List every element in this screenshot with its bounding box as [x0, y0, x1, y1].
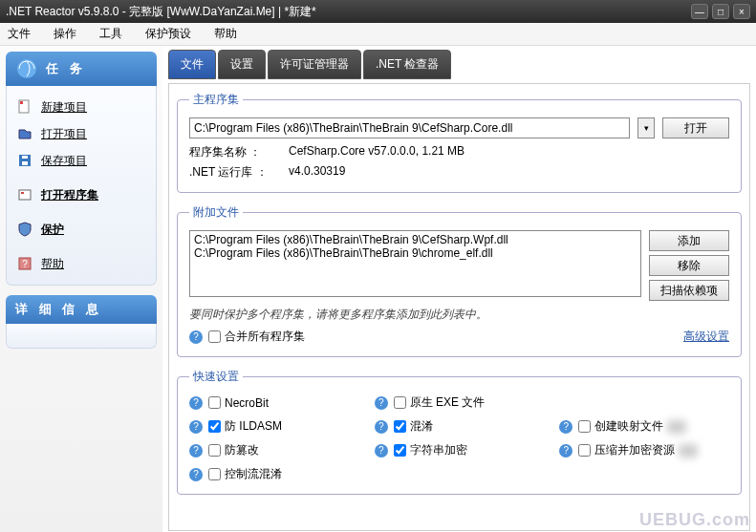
help-book-icon: ? — [16, 255, 33, 272]
native-exe-checkbox[interactable] — [394, 396, 406, 409]
control-flow-checkbox[interactable] — [208, 468, 221, 480]
necrobit-checkbox[interactable] — [208, 396, 221, 409]
merge-assemblies-checkbox[interactable] — [208, 330, 221, 343]
minimize-button[interactable]: — — [691, 4, 708, 19]
sidebar-item-open[interactable]: 打开项目 — [12, 120, 150, 147]
sidebar-item-help[interactable]: ? 帮助 — [12, 250, 150, 277]
save-icon — [16, 152, 33, 169]
content-area: 文件 设置 许可证管理器 .NET 检查器 主程序集 ▾ 打开 程序集名称 ： … — [162, 46, 756, 532]
sidebar-item-open-assembly[interactable]: 打开程序集 — [12, 181, 150, 208]
globe-icon — [15, 57, 38, 80]
help-icon[interactable]: ? — [375, 444, 388, 458]
new-file-icon — [16, 98, 33, 116]
additional-files-group: 附加文件 C:\Program Files (x86)\TheBrain\The… — [177, 204, 742, 357]
open-folder-icon — [16, 125, 33, 142]
advanced-settings-link[interactable]: 高级设置 — [683, 329, 729, 345]
svg-point-0 — [17, 59, 36, 78]
blurred-area: aaa — [679, 444, 698, 458]
obfuscate-checkbox[interactable] — [394, 420, 406, 433]
quick-settings-group: 快速设置 ?NecroBit ?原生 EXE 文件 ?防 ILDASM ?混淆 … — [177, 369, 742, 495]
sidebar-item-protect[interactable]: 保护 — [12, 216, 150, 243]
assembly-name-value: CefSharp.Core v57.0.0.0, 1.21 MB — [289, 144, 464, 160]
tab-file[interactable]: 文件 — [168, 50, 216, 79]
help-icon[interactable]: ? — [189, 396, 203, 410]
help-icon[interactable]: ? — [189, 330, 203, 344]
quick-settings-legend: 快速设置 — [189, 369, 243, 385]
anti-ildasm-checkbox[interactable] — [208, 420, 221, 433]
anti-tamper-checkbox[interactable] — [208, 444, 221, 457]
help-icon[interactable]: ? — [375, 396, 388, 410]
tab-inspector[interactable]: .NET 检查器 — [363, 50, 451, 79]
sidebar-detail-header: 详 细 信 息 — [6, 295, 157, 324]
string-encrypt-checkbox[interactable] — [394, 444, 406, 457]
additional-files-list[interactable]: C:\Program Files (x86)\TheBrain\TheBrain… — [189, 230, 641, 297]
menu-help[interactable]: 帮助 — [214, 26, 237, 42]
menu-file[interactable]: 文件 — [8, 26, 31, 42]
svg-rect-2 — [20, 101, 23, 104]
runtime-label: .NET 运行库 ： — [189, 164, 275, 181]
tab-license[interactable]: 许可证管理器 — [268, 50, 361, 79]
assembly-icon — [16, 186, 33, 203]
main-assembly-dropdown[interactable]: ▾ — [637, 117, 655, 138]
shield-icon — [16, 221, 33, 238]
svg-rect-5 — [22, 156, 28, 159]
merge-assemblies-label: 合并所有程序集 — [225, 329, 305, 345]
main-assembly-legend: 主程序集 — [189, 92, 243, 108]
sidebar-item-new[interactable]: 新建项目 — [12, 94, 150, 120]
additional-files-legend: 附加文件 — [189, 204, 243, 221]
menu-tools[interactable]: 工具 — [99, 26, 122, 42]
tab-settings[interactable]: 设置 — [218, 50, 266, 79]
help-icon[interactable]: ? — [375, 420, 388, 434]
svg-rect-4 — [22, 161, 28, 165]
tab-bar: 文件 设置 许可证管理器 .NET 检查器 — [168, 50, 750, 79]
main-assembly-path-input[interactable] — [189, 117, 630, 138]
svg-rect-7 — [21, 192, 24, 194]
help-icon[interactable]: ? — [189, 444, 203, 458]
help-icon[interactable]: ? — [189, 468, 203, 481]
add-file-button[interactable]: 添加 — [649, 230, 729, 251]
help-icon[interactable]: ? — [559, 444, 572, 458]
help-icon[interactable]: ? — [559, 420, 572, 434]
tab-page-file: 主程序集 ▾ 打开 程序集名称 ： CefSharp.Core v57.0.0.… — [168, 83, 750, 531]
additional-files-hint: 要同时保护多个程序集，请将更多程序集添加到此列表中。 — [189, 307, 729, 323]
mapping-file-checkbox[interactable] — [578, 420, 591, 433]
svg-rect-6 — [19, 190, 31, 200]
window-title: .NET Reactor v5.9.8.0 - 完整版 [WwW.DaYanZa… — [6, 4, 687, 20]
menu-protect[interactable]: 保护预设 — [145, 26, 191, 42]
sidebar: 任 务 新建项目 打开项目 保存项目 打开程序集 — [0, 46, 162, 532]
open-assembly-button[interactable]: 打开 — [662, 117, 729, 138]
close-button[interactable]: × — [733, 4, 750, 19]
assembly-name-label: 程序集名称 ： — [189, 144, 275, 160]
help-icon[interactable]: ? — [189, 420, 203, 434]
menu-bar: 文件 操作 工具 保护预设 帮助 — [0, 23, 756, 46]
svg-text:?: ? — [22, 259, 28, 269]
main-assembly-group: 主程序集 ▾ 打开 程序集名称 ： CefSharp.Core v57.0.0.… — [177, 92, 742, 193]
menu-ops[interactable]: 操作 — [54, 26, 76, 42]
blurred-area: aaa — [667, 420, 686, 434]
maximize-button[interactable]: □ — [712, 4, 729, 19]
scan-deps-button[interactable]: 扫描依赖项 — [649, 280, 729, 301]
runtime-value: v4.0.30319 — [289, 164, 345, 181]
sidebar-tasks-header: 任 务 — [6, 52, 157, 86]
title-bar: .NET Reactor v5.9.8.0 - 完整版 [WwW.DaYanZa… — [0, 0, 756, 23]
sidebar-item-save[interactable]: 保存项目 — [12, 147, 150, 174]
compress-resources-checkbox[interactable] — [578, 444, 591, 457]
remove-file-button[interactable]: 移除 — [649, 255, 729, 276]
